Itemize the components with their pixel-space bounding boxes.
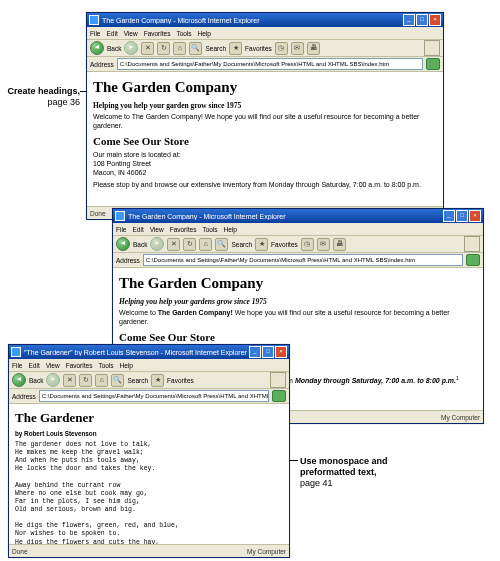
refresh-button[interactable]: ↻	[79, 374, 92, 387]
print-button[interactable]: 🖶	[333, 238, 346, 251]
menu-edit[interactable]: Edit	[106, 30, 117, 37]
menu-favorites[interactable]: Favorites	[66, 362, 93, 369]
menu-help[interactable]: Help	[120, 362, 133, 369]
home-button[interactable]: ⌂	[199, 238, 212, 251]
address-label: Address	[90, 61, 114, 68]
go-button[interactable]	[272, 390, 286, 402]
mail-button[interactable]: ✉	[291, 42, 304, 55]
stop-button[interactable]: ✕	[141, 42, 154, 55]
close-button[interactable]: ×	[429, 14, 441, 26]
toolbar: ◄ Back ► ✕ ↻ ⌂ 🔍 Search ★ Favorites ◷ ✉ …	[113, 236, 483, 253]
go-button[interactable]	[426, 58, 440, 70]
history-button[interactable]: ◷	[301, 238, 314, 251]
menu-help[interactable]: Help	[224, 226, 237, 233]
address-bar: Address C:\Documents and Settings\Father…	[9, 389, 289, 404]
menu-help[interactable]: Help	[198, 30, 211, 37]
titlebar: The Garden Company - Microsoft Internet …	[113, 209, 483, 223]
mail-button[interactable]: ✉	[317, 238, 330, 251]
label-headings-page: page 36	[47, 97, 80, 107]
favorites-icon[interactable]: ★	[229, 42, 242, 55]
page-h1: The Garden Company	[119, 274, 477, 293]
search-label: Search	[231, 241, 252, 248]
intro-text: Helping you help your gardens grow since…	[119, 297, 477, 306]
byline: by Robert Louis Stevenson	[15, 430, 283, 438]
browser-window-3: "The Gardener" by Robert Louis Stevenson…	[8, 344, 290, 558]
ie-icon	[11, 347, 21, 357]
back-button[interactable]: ◄	[12, 373, 26, 387]
print-button[interactable]: 🖶	[307, 42, 320, 55]
address-field[interactable]: C:\Documents and Settings\Father\My Docu…	[39, 390, 269, 402]
toolbar: ◄ Back ► ✕ ↻ ⌂ 🔍 Search ★ Favorites	[9, 372, 289, 389]
window-title: The Garden Company - Microsoft Internet …	[102, 17, 403, 24]
menu-file[interactable]: File	[116, 226, 126, 233]
menubar: File Edit View Favorites Tools Help	[113, 223, 483, 236]
search-icon[interactable]: 🔍	[215, 238, 228, 251]
page-h2: Come See Our Store	[93, 135, 437, 149]
favorites-label: Favorites	[271, 241, 298, 248]
home-button[interactable]: ⌂	[95, 374, 108, 387]
back-label: Back	[133, 241, 147, 248]
favorites-icon[interactable]: ★	[255, 238, 268, 251]
toolbar: ◄ Back ► ✕ ↻ ⌂ 🔍 Search ★ Favorites ◷ ✉ …	[87, 40, 443, 57]
menu-tools[interactable]: Tools	[202, 226, 217, 233]
address-field[interactable]: C:\Documents and Settings\Father\My Docu…	[117, 58, 423, 70]
address-label: Address	[12, 393, 36, 400]
menu-file[interactable]: File	[12, 362, 22, 369]
menu-favorites[interactable]: Favorites	[170, 226, 197, 233]
search-label: Search	[127, 377, 148, 384]
window-title: "The Gardener" by Robert Louis Stevenson…	[24, 349, 249, 356]
stop-button[interactable]: ✕	[167, 238, 180, 251]
page-h2: Come See Our Store	[119, 331, 477, 345]
window-title: The Garden Company - Microsoft Internet …	[128, 213, 443, 220]
store-address: Our main store is located at: 108 Pontin…	[93, 151, 437, 177]
address-field[interactable]: C:\Documents and Settings\Father\My Docu…	[143, 254, 463, 266]
menu-view[interactable]: View	[46, 362, 60, 369]
back-label: Back	[29, 377, 43, 384]
minimize-button[interactable]: _	[403, 14, 415, 26]
search-icon[interactable]: 🔍	[189, 42, 202, 55]
search-icon[interactable]: 🔍	[111, 374, 124, 387]
close-button[interactable]: ×	[275, 346, 287, 358]
menu-view[interactable]: View	[150, 226, 164, 233]
label-mono-page: page 41	[300, 478, 333, 488]
refresh-button[interactable]: ↻	[157, 42, 170, 55]
back-button[interactable]: ◄	[90, 41, 104, 55]
status-zone: My Computer	[247, 548, 286, 555]
hours-text: Please stop by and browse our extensive …	[93, 181, 437, 190]
go-button[interactable]	[466, 254, 480, 266]
refresh-button[interactable]: ↻	[183, 238, 196, 251]
favorites-icon[interactable]: ★	[151, 374, 164, 387]
minimize-button[interactable]: _	[443, 210, 455, 222]
maximize-button[interactable]: □	[262, 346, 274, 358]
forward-button[interactable]: ►	[124, 41, 138, 55]
menu-edit[interactable]: Edit	[132, 226, 143, 233]
menu-file[interactable]: File	[90, 30, 100, 37]
menu-tools[interactable]: Tools	[98, 362, 113, 369]
maximize-button[interactable]: □	[416, 14, 428, 26]
menubar: File Edit View Favorites Tools Help	[9, 359, 289, 372]
menu-favorites[interactable]: Favorites	[144, 30, 171, 37]
menu-tools[interactable]: Tools	[176, 30, 191, 37]
minimize-button[interactable]: _	[249, 346, 261, 358]
page-content: The Garden Company Helping you help your…	[87, 72, 443, 196]
menu-edit[interactable]: Edit	[28, 362, 39, 369]
history-button[interactable]: ◷	[275, 42, 288, 55]
address-bar: Address C:\Documents and Settings\Father…	[113, 253, 483, 268]
forward-button[interactable]: ►	[150, 237, 164, 251]
label-mono: Use monospace and preformatted text,	[300, 456, 388, 477]
menu-view[interactable]: View	[124, 30, 138, 37]
forward-button[interactable]: ►	[46, 373, 60, 387]
page-h1: The Garden Company	[93, 78, 437, 97]
close-button[interactable]: ×	[469, 210, 481, 222]
intro-text: Helping you help your garden grow since …	[93, 101, 437, 110]
stop-button[interactable]: ✕	[63, 374, 76, 387]
search-label: Search	[205, 45, 226, 52]
status-done: Done	[12, 548, 28, 555]
home-button[interactable]: ⌂	[173, 42, 186, 55]
maximize-button[interactable]: □	[456, 210, 468, 222]
back-button[interactable]: ◄	[116, 237, 130, 251]
ie-icon	[89, 15, 99, 25]
page-h1: The Gardener	[15, 410, 283, 426]
menubar: File Edit View Favorites Tools Help	[87, 27, 443, 40]
browser-window-1: The Garden Company - Microsoft Internet …	[86, 12, 444, 220]
